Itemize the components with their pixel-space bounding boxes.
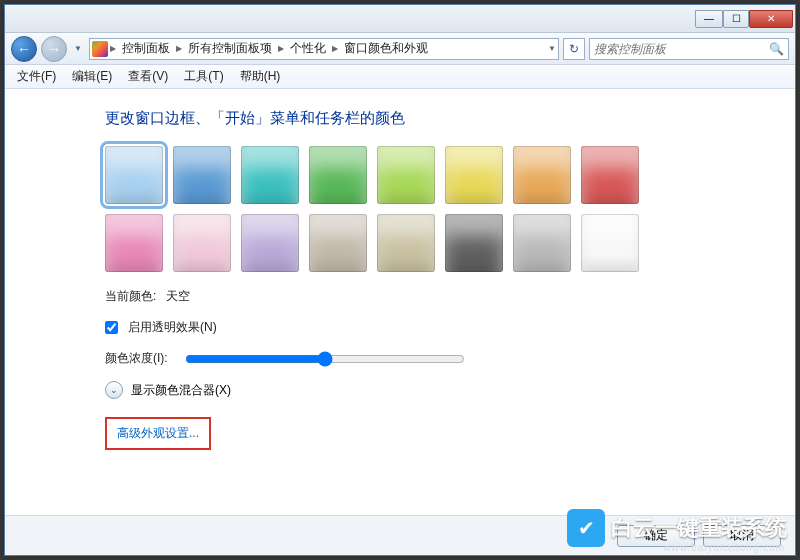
forward-button[interactable]: → (41, 36, 67, 62)
color-swatch[interactable] (309, 214, 367, 272)
transparency-label[interactable]: 启用透明效果(N) (128, 319, 217, 336)
intensity-row: 颜色浓度(I): (105, 350, 795, 367)
chevron-down-icon: ⌄ (105, 381, 123, 399)
close-button[interactable]: ✕ (749, 10, 793, 28)
search-input[interactable] (594, 42, 769, 56)
advanced-appearance-link[interactable]: 高级外观设置... (105, 417, 211, 450)
intensity-slider[interactable] (185, 351, 465, 367)
color-swatch[interactable] (241, 214, 299, 272)
menu-file[interactable]: 文件(F) (11, 66, 62, 87)
current-color-label: 当前颜色: (105, 288, 156, 305)
color-swatch[interactable] (377, 146, 435, 204)
search-icon: 🔍 (769, 42, 784, 56)
color-swatch[interactable] (513, 146, 571, 204)
breadcrumb-item[interactable]: 所有控制面板项 (184, 40, 276, 57)
maximize-button[interactable]: ☐ (723, 10, 749, 28)
breadcrumb-item[interactable]: 控制面板 (118, 40, 174, 57)
color-swatch[interactable] (241, 146, 299, 204)
history-dropdown-icon[interactable]: ▼ (71, 44, 85, 53)
window: — ☐ ✕ ← → ▼ ▶ 控制面板 ▶ 所有控制面板项 ▶ 个性化 ▶ 窗口颜… (4, 4, 796, 556)
menu-view[interactable]: 查看(V) (122, 66, 174, 87)
titlebar: — ☐ ✕ (5, 5, 795, 33)
page-title: 更改窗口边框、「开始」菜单和任务栏的颜色 (105, 109, 795, 128)
refresh-icon: ↻ (569, 42, 579, 56)
color-mixer-label: 显示颜色混合器(X) (131, 382, 231, 399)
control-panel-icon (92, 41, 108, 57)
transparency-checkbox[interactable] (105, 321, 118, 334)
chevron-right-icon: ▶ (176, 44, 182, 53)
color-mixer-expander[interactable]: ⌄ 显示颜色混合器(X) (105, 381, 795, 399)
color-swatch[interactable] (173, 146, 231, 204)
current-color-value: 天空 (166, 288, 190, 305)
chevron-right-icon: ▶ (110, 44, 116, 53)
back-button[interactable]: ← (11, 36, 37, 62)
menu-help[interactable]: 帮助(H) (234, 66, 287, 87)
color-swatch[interactable] (377, 214, 435, 272)
color-swatch[interactable] (445, 146, 503, 204)
content-area: 更改窗口边框、「开始」菜单和任务栏的颜色 当前颜色: 天空 启用透明效果(N) … (5, 89, 795, 515)
watermark-url: www.baiyunxitong.com (663, 542, 785, 553)
color-swatch[interactable] (513, 214, 571, 272)
color-swatch[interactable] (581, 214, 639, 272)
menu-edit[interactable]: 编辑(E) (66, 66, 118, 87)
breadcrumb-item[interactable]: 个性化 (286, 40, 330, 57)
color-swatch[interactable] (581, 146, 639, 204)
search-box[interactable]: 🔍 (589, 38, 789, 60)
chevron-right-icon: ▶ (332, 44, 338, 53)
color-swatch[interactable] (105, 214, 163, 272)
address-bar[interactable]: ▶ 控制面板 ▶ 所有控制面板项 ▶ 个性化 ▶ 窗口颜色和外观 ▼ (89, 38, 559, 60)
minimize-button[interactable]: — (695, 10, 723, 28)
breadcrumb-item[interactable]: 窗口颜色和外观 (340, 40, 432, 57)
chevron-down-icon[interactable]: ▼ (548, 44, 556, 53)
transparency-row: 启用透明效果(N) (105, 319, 795, 336)
color-swatch[interactable] (309, 146, 367, 204)
color-swatch[interactable] (105, 146, 163, 204)
nav-bar: ← → ▼ ▶ 控制面板 ▶ 所有控制面板项 ▶ 个性化 ▶ 窗口颜色和外观 ▼… (5, 33, 795, 65)
chevron-right-icon: ▶ (278, 44, 284, 53)
menu-bar: 文件(F) 编辑(E) 查看(V) 工具(T) 帮助(H) (5, 65, 795, 89)
refresh-button[interactable]: ↻ (563, 38, 585, 60)
color-swatch[interactable] (173, 214, 231, 272)
menu-tools[interactable]: 工具(T) (178, 66, 229, 87)
color-swatch[interactable] (445, 214, 503, 272)
current-color-row: 当前颜色: 天空 (105, 288, 795, 305)
intensity-label: 颜色浓度(I): (105, 350, 175, 367)
color-swatch-grid (105, 146, 685, 272)
